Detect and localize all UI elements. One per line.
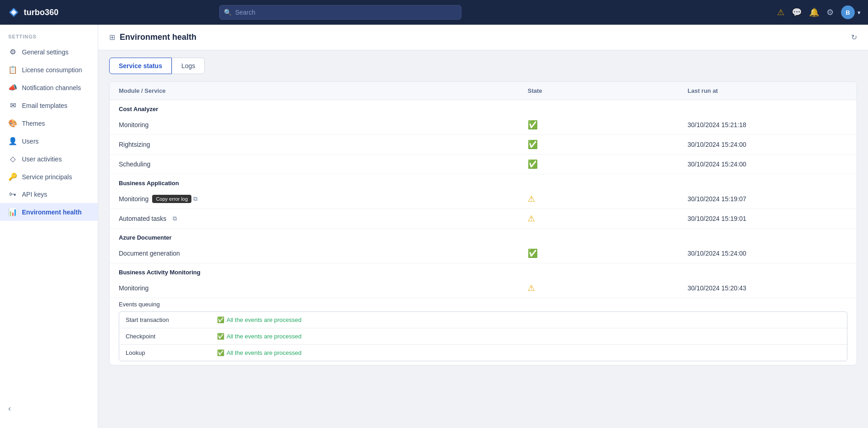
event-checkpoint-label: Checkpoint — [126, 333, 217, 340]
event-lookup-label: Lookup — [126, 349, 217, 356]
table-row: Monitoring ⚠ 30/10/2024 15:20:43 — [110, 278, 857, 298]
nav-icons: ⚠ 💬 🔔 ⚙ B ▾ — [777, 5, 861, 19]
row-time-monitoring-bam: 30/10/2024 15:20:43 — [688, 284, 847, 292]
status-warn-icon: ⚠ — [528, 283, 535, 293]
row-state-rightsizing: ✅ — [528, 139, 688, 150]
row-time-rightsizing: 30/10/2024 15:24:00 — [688, 141, 847, 148]
status-warn-icon: ⚠ — [528, 214, 535, 224]
sidebar-item-environment-health[interactable]: 📊 Environment health — [0, 203, 98, 221]
refresh-button[interactable]: ↻ — [851, 33, 857, 42]
service-table: Module / Service State Last run at Cost … — [109, 81, 857, 365]
user-activities-icon: ◇ — [8, 155, 17, 163]
gear-icon[interactable]: ⚙ — [826, 7, 834, 17]
main-layout: SETTINGS ⚙ General settings 📋 License co… — [0, 25, 868, 428]
header-module-service: Module / Service — [119, 87, 528, 94]
notification-icon: 📣 — [8, 83, 17, 92]
sidebar-item-themes[interactable]: 🎨 Themes — [0, 114, 98, 132]
row-monitoring-ba: Monitoring Copy error log ⧉ — [119, 195, 528, 203]
bell-icon[interactable]: 🔔 — [809, 7, 819, 17]
table-row: Automated tasks ⧉ ⚠ 30/10/2024 15:19:01 — [110, 209, 857, 229]
user-menu[interactable]: B ▾ — [841, 5, 861, 19]
search-input[interactable] — [219, 5, 461, 20]
list-item: Start transaction ✅ All the events are p… — [119, 312, 847, 328]
event-ok-icon: ✅ — [217, 349, 224, 356]
sidebar-item-label: API keys — [22, 191, 47, 198]
chat-icon[interactable]: 💬 — [792, 7, 802, 17]
row-time-monitoring-ba: 30/10/2024 15:19:07 — [688, 195, 847, 203]
row-state-monitoring-ca: ✅ — [528, 120, 688, 130]
license-icon: 📋 — [8, 65, 17, 74]
sidebar-item-label: Users — [22, 138, 39, 145]
copy-icon-automated[interactable]: ⧉ — [173, 215, 177, 222]
row-monitoring-ca: Monitoring — [119, 121, 528, 128]
event-ok-icon: ✅ — [217, 333, 224, 340]
page-header: ⊞ Environment health ↻ — [98, 25, 868, 50]
search-icon: 🔍 — [224, 9, 232, 16]
row-state-document-generation: ✅ — [528, 248, 688, 258]
api-keys-icon: 🗝 — [8, 190, 17, 198]
table-row: Rightsizing ✅ 30/10/2024 15:24:00 — [110, 135, 857, 155]
table-row: Monitoring Copy error log ⧉ ⚠ 30/10/2024… — [110, 189, 857, 209]
sidebar-item-label: Themes — [22, 120, 45, 127]
row-time-document-generation: 30/10/2024 15:24:00 — [688, 250, 847, 257]
environment-health-icon: 📊 — [8, 208, 17, 216]
row-time-scheduling: 30/10/2024 15:24:00 — [688, 160, 847, 168]
event-ok-icon: ✅ — [217, 316, 224, 323]
header-state: State — [528, 87, 688, 94]
search-bar: 🔍 — [219, 5, 461, 20]
sidebar-section-label: SETTINGS — [0, 25, 98, 43]
sidebar: SETTINGS ⚙ General settings 📋 License co… — [0, 25, 98, 428]
tab-logs[interactable]: Logs — [172, 58, 205, 74]
sidebar-collapse-button[interactable]: ‹ — [0, 396, 98, 421]
row-time-automated-tasks: 30/10/2024 15:19:01 — [688, 215, 847, 222]
logo[interactable]: turbo360 — [7, 6, 58, 19]
sidebar-item-notification-channels[interactable]: 📣 Notification channels — [0, 79, 98, 96]
copy-error-log-tooltip: Copy error log — [152, 195, 191, 203]
sidebar-item-license-consumption[interactable]: 📋 License consumption — [0, 61, 98, 79]
sidebar-item-email-templates[interactable]: ✉ Email templates — [0, 96, 98, 114]
sidebar-item-label: Notification channels — [22, 84, 81, 91]
service-principals-icon: 🔑 — [8, 172, 17, 181]
tab-service-status[interactable]: Service status — [109, 58, 172, 74]
sidebar-item-label: General settings — [22, 48, 69, 56]
row-state-scheduling: ✅ — [528, 159, 688, 169]
group-business-activity-monitoring: Business Activity Monitoring — [110, 263, 857, 278]
status-warn-icon: ⚠ — [528, 194, 535, 204]
event-start-transaction-status: ✅ All the events are processed — [217, 316, 841, 323]
content-area: ⊞ Environment health ↻ Service status Lo… — [98, 25, 868, 428]
warning-icon[interactable]: ⚠ — [777, 7, 784, 17]
avatar: B — [841, 5, 855, 19]
sidebar-item-api-keys[interactable]: 🗝 API keys — [0, 186, 98, 203]
list-item: Checkpoint ✅ All the events are processe… — [119, 328, 847, 345]
table-row: Monitoring ✅ 30/10/2024 15:21:18 — [110, 115, 857, 135]
group-azure-documenter: Azure Documenter — [110, 229, 857, 244]
event-lookup-status: ✅ All the events are processed — [217, 349, 841, 356]
logo-icon — [7, 6, 20, 19]
list-item: Lookup ✅ All the events are processed — [119, 345, 847, 361]
sidebar-item-service-principals[interactable]: 🔑 Service principals — [0, 168, 98, 186]
copy-icon[interactable]: ⧉ — [193, 195, 197, 203]
users-icon: 👤 — [8, 137, 17, 145]
row-document-generation: Document generation — [119, 250, 528, 257]
themes-icon: 🎨 — [8, 119, 17, 128]
row-rightsizing: Rightsizing — [119, 141, 528, 148]
header-last-run-at: Last run at — [688, 87, 847, 94]
group-business-application: Business Application — [110, 174, 857, 189]
group-cost-analyzer: Cost Analyzer — [110, 100, 857, 115]
row-time-monitoring-ca: 30/10/2024 15:21:18 — [688, 121, 847, 128]
general-settings-icon: ⚙ — [8, 48, 17, 56]
sidebar-item-label: Environment health — [22, 209, 82, 216]
page-title: Environment health — [120, 32, 196, 42]
table-row: Document generation ✅ 30/10/2024 15:24:0… — [110, 244, 857, 263]
row-scheduling: Scheduling — [119, 160, 528, 168]
page-title-row: ⊞ Environment health — [109, 32, 196, 42]
sidebar-item-user-activities[interactable]: ◇ User activities — [0, 150, 98, 168]
status-ok-icon: ✅ — [528, 139, 538, 150]
chevron-down-icon: ▾ — [857, 9, 861, 16]
row-state-automated-tasks: ⚠ — [528, 214, 688, 224]
sidebar-item-users[interactable]: 👤 Users — [0, 132, 98, 150]
sidebar-item-general-settings[interactable]: ⚙ General settings — [0, 43, 98, 61]
topnav: turbo360 🔍 ⚠ 💬 🔔 ⚙ B ▾ — [0, 0, 868, 25]
status-ok-icon: ✅ — [528, 120, 538, 130]
app-name: turbo360 — [24, 8, 58, 17]
